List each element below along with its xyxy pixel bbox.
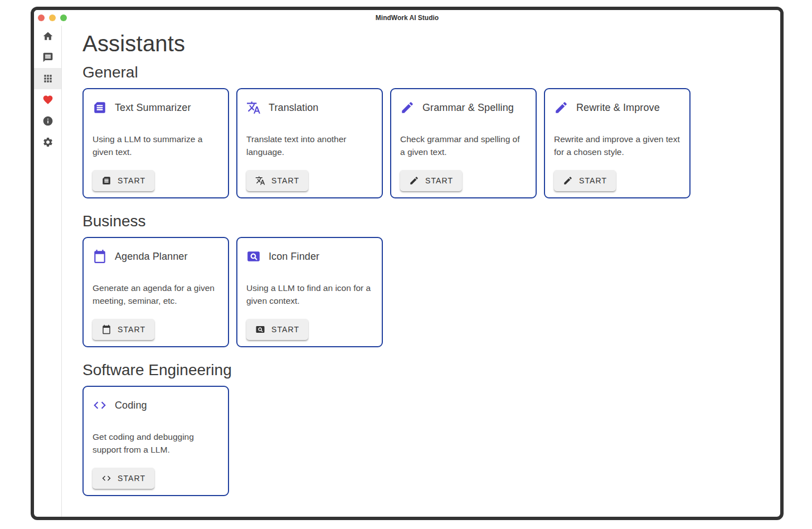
gear-icon <box>42 137 54 148</box>
traffic-lights <box>34 14 67 21</box>
card-header: Agenda Planner <box>93 249 219 264</box>
app-window: MindWork AI Studio Assistants GeneralTex… <box>31 7 784 520</box>
card-description: Get coding and debugging support from a … <box>93 430 219 456</box>
start-button-label: START <box>118 474 145 483</box>
sidebar <box>34 26 62 517</box>
translate-icon <box>255 176 265 186</box>
chat-icon <box>42 52 54 63</box>
card-title: Agenda Planner <box>115 251 188 263</box>
assistant-card-grammar-spelling: Grammar & SpellingCheck grammar and spel… <box>390 88 537 198</box>
fullscreen-window-button[interactable] <box>60 14 67 21</box>
pencil-icon <box>400 100 415 115</box>
sidebar-item-assistants[interactable] <box>34 68 61 89</box>
assistant-card-text-summarizer: Text SummarizerUsing a LLM to summarize … <box>82 88 229 198</box>
apps-grid-icon <box>42 73 54 84</box>
section-heading: General <box>82 64 769 81</box>
calendar-icon <box>101 324 111 334</box>
start-button-grammar-spelling[interactable]: START <box>400 170 462 191</box>
start-button-label: START <box>271 325 299 334</box>
card-row: Agenda PlannerGenerate an agenda for a g… <box>82 237 769 347</box>
assistant-card-coding: CodingGet coding and debugging support f… <box>82 386 229 496</box>
card-row: CodingGet coding and debugging support f… <box>82 386 769 496</box>
section-general: GeneralText SummarizerUsing a LLM to sum… <box>82 64 769 198</box>
card-description: Using a LLM to summarize a given text. <box>93 133 219 158</box>
sidebar-item-chats[interactable] <box>34 47 61 68</box>
card-header: Text Summarizer <box>93 100 219 115</box>
pencil-icon <box>409 176 419 186</box>
titlebar[interactable]: MindWork AI Studio <box>34 10 780 26</box>
section-business: BusinessAgenda PlannerGenerate an agenda… <box>82 213 769 347</box>
assistant-card-icon-finder: Icon FinderUsing a LLM to find an icon f… <box>236 237 383 347</box>
section-heading: Business <box>82 213 769 230</box>
summarize-icon <box>93 100 107 115</box>
sidebar-item-about[interactable] <box>34 110 61 132</box>
code-icon <box>93 398 107 412</box>
sidebar-item-favorites[interactable] <box>34 89 61 110</box>
start-button-label: START <box>271 176 299 185</box>
start-button-coding[interactable]: START <box>93 468 154 489</box>
card-description: Check grammar and spelling of a given te… <box>400 133 527 158</box>
home-icon <box>42 31 54 42</box>
card-header: Translation <box>246 100 373 115</box>
card-header: Icon Finder <box>246 249 373 264</box>
card-description: Generate an agenda for a given meeting, … <box>93 282 219 307</box>
card-title: Translation <box>269 102 318 114</box>
pencil-icon <box>563 176 573 186</box>
icon-search-icon <box>255 324 265 334</box>
start-button-rewrite-improve[interactable]: START <box>554 170 616 191</box>
card-title: Grammar & Spelling <box>422 102 514 114</box>
card-title: Coding <box>115 400 147 411</box>
page-title: Assistants <box>82 31 769 57</box>
card-header: Rewrite & Improve <box>554 100 680 115</box>
info-icon <box>42 115 54 127</box>
start-button-text-summarizer[interactable]: START <box>93 170 154 191</box>
card-title: Rewrite & Improve <box>576 102 660 114</box>
assistant-card-rewrite-improve: Rewrite & ImproveRewrite and improve a g… <box>544 88 691 198</box>
main-content: Assistants GeneralText SummarizerUsing a… <box>62 26 780 517</box>
assistant-card-translation: TranslationTranslate text into another l… <box>236 88 383 198</box>
start-button-translation[interactable]: START <box>246 170 308 191</box>
start-button-label: START <box>579 176 607 185</box>
card-description: Using a LLM to find an icon for a given … <box>246 282 373 307</box>
section-heading: Software Engineering <box>82 362 769 378</box>
pencil-icon <box>554 100 568 115</box>
card-header: Grammar & Spelling <box>400 100 527 115</box>
card-header: Coding <box>93 398 219 412</box>
start-button-label: START <box>118 325 145 334</box>
card-description: Translate text into another language. <box>246 133 373 158</box>
window-title: MindWork AI Studio <box>34 14 780 22</box>
card-title: Icon Finder <box>269 251 319 263</box>
card-description: Rewrite and improve a given text for a c… <box>554 133 680 158</box>
start-button-agenda-planner[interactable]: START <box>93 319 154 340</box>
translate-icon <box>246 100 261 115</box>
card-title: Text Summarizer <box>115 102 191 114</box>
card-row: Text SummarizerUsing a LLM to summarize … <box>82 88 769 198</box>
start-button-icon-finder[interactable]: START <box>246 319 308 340</box>
summarize-icon <box>101 176 111 186</box>
start-button-label: START <box>425 176 453 185</box>
section-software-engineering: Software EngineeringCodingGet coding and… <box>82 362 769 496</box>
heart-icon <box>42 94 54 105</box>
start-button-label: START <box>118 176 145 185</box>
calendar-icon <box>93 249 107 264</box>
icon-search-icon <box>246 249 261 264</box>
sections-container: GeneralText SummarizerUsing a LLM to sum… <box>82 64 769 496</box>
minimize-window-button[interactable] <box>49 14 56 21</box>
sidebar-item-settings[interactable] <box>34 132 61 153</box>
code-icon <box>101 473 111 483</box>
close-window-button[interactable] <box>38 14 45 21</box>
sidebar-item-home[interactable] <box>34 26 61 47</box>
window-body: Assistants GeneralText SummarizerUsing a… <box>34 26 780 517</box>
assistant-card-agenda-planner: Agenda PlannerGenerate an agenda for a g… <box>82 237 229 347</box>
